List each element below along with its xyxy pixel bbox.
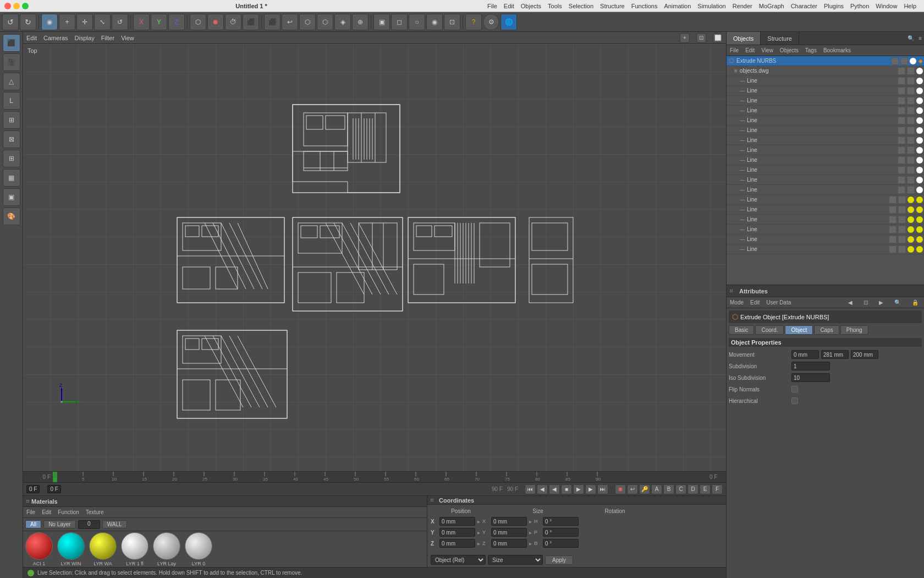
om-row-line-1[interactable]: —Line: [727, 76, 924, 86]
om-row-extrude[interactable]: ⬡ Extrude NURBS ◆: [727, 56, 924, 66]
l12v1[interactable]: [898, 186, 905, 194]
menu-functions[interactable]: Functions: [628, 3, 661, 9]
l7v2[interactable]: [907, 137, 915, 144]
coord-size-dropdown[interactable]: Size: [488, 555, 543, 565]
om-row-line-4[interactable]: —Line: [727, 106, 924, 116]
om-tags-menu[interactable]: Tags: [805, 47, 817, 53]
om-vis-2[interactable]: [900, 57, 908, 65]
mat-swatch-2[interactable]: LYR WA: [89, 532, 117, 566]
light-tool[interactable]: △: [3, 73, 20, 90]
vp-display-menu[interactable]: Display: [75, 35, 95, 41]
paint-tool[interactable]: 🎨: [3, 208, 20, 225]
rotate-button[interactable]: ↺: [112, 14, 128, 30]
menu-render[interactable]: Render: [729, 3, 756, 9]
attr-tab-object[interactable]: Object: [785, 325, 813, 335]
timeline-button[interactable]: ⏱: [225, 14, 241, 30]
mode-c-button[interactable]: C: [675, 484, 686, 494]
menu-plugins[interactable]: Plugins: [821, 3, 847, 9]
attr-hierarchical-checkbox[interactable]: [791, 397, 798, 404]
bevel-button[interactable]: ◈: [334, 14, 351, 30]
menu-tools[interactable]: Tools: [544, 3, 565, 9]
attr-options-btn[interactable]: ⊡: [861, 299, 870, 306]
coord-y-size[interactable]: [491, 528, 527, 537]
l11v1[interactable]: [898, 176, 905, 184]
l7v1[interactable]: [898, 137, 905, 144]
record-button2[interactable]: ⏺: [615, 484, 626, 494]
extrude-button[interactable]: ⬡: [317, 14, 333, 30]
menu-structure[interactable]: Structure: [597, 3, 628, 9]
menu-selection[interactable]: Selection: [565, 3, 597, 9]
l3v2[interactable]: [907, 97, 915, 105]
om-row-line-14[interactable]: —Line: [727, 205, 924, 215]
l4v1[interactable]: [898, 107, 905, 114]
attr-lock-btn[interactable]: 🔒: [910, 299, 921, 306]
mat-function-menu[interactable]: Function: [58, 509, 79, 515]
z-axis-button[interactable]: Z: [168, 14, 185, 30]
mode1-button[interactable]: ▣: [373, 14, 390, 30]
mat-edit-menu[interactable]: Edit: [42, 509, 51, 515]
l8v1[interactable]: [898, 146, 905, 154]
om-row-line-6[interactable]: —Line: [727, 126, 924, 135]
loop-button2[interactable]: ↩: [627, 484, 638, 494]
minimize-button[interactable]: [13, 3, 20, 9]
mat-file-menu[interactable]: File: [26, 509, 35, 515]
l17v1[interactable]: [889, 236, 897, 243]
l13v2[interactable]: [898, 196, 906, 204]
om-dwg-vis[interactable]: [898, 67, 905, 75]
l5v1[interactable]: [898, 117, 905, 124]
om-row-line-12[interactable]: —Line: [727, 185, 924, 195]
l18v2[interactable]: [898, 246, 906, 253]
om-row-line-13[interactable]: —Line: [727, 195, 924, 205]
om-search-icon[interactable]: 🔍: [905, 35, 916, 41]
next-frame-button[interactable]: ▶: [585, 484, 596, 494]
om-row-line-8[interactable]: —Line: [727, 145, 924, 155]
mode2-button[interactable]: ◻: [391, 14, 408, 30]
l5v2[interactable]: [907, 117, 915, 124]
vp-view-menu[interactable]: View: [121, 35, 134, 41]
attr-iso-val[interactable]: [791, 373, 830, 382]
l1v1[interactable]: [898, 77, 905, 85]
attr-userdata-menu[interactable]: User Data: [766, 299, 791, 306]
y-axis-button[interactable]: Y: [151, 14, 167, 30]
mode4-button[interactable]: ◉: [426, 14, 443, 30]
menu-python[interactable]: Python: [847, 3, 872, 9]
live-selection-button[interactable]: ◉: [41, 14, 58, 30]
vp-lock-button[interactable]: ⊡: [696, 33, 706, 43]
om-row-line-11[interactable]: —Line: [727, 175, 924, 185]
mode-e-button[interactable]: E: [700, 484, 711, 494]
om-row-line-16[interactable]: —Line: [727, 225, 924, 235]
stop-button[interactable]: ■: [561, 484, 572, 494]
attr-mode-menu[interactable]: Mode: [730, 299, 744, 306]
l9v1[interactable]: [898, 156, 905, 164]
coord-z-pos[interactable]: [439, 539, 475, 548]
attr-tab-phong[interactable]: Phong: [840, 325, 868, 335]
l13v1[interactable]: [889, 196, 897, 204]
menu-edit[interactable]: Edit: [501, 3, 518, 9]
undo-button[interactable]: ↺: [2, 14, 19, 30]
view3d-button[interactable]: ⬛: [264, 14, 280, 30]
frame-start-display[interactable]: 0 F: [26, 485, 40, 493]
mat-filter-nolayer[interactable]: No Layer: [43, 520, 76, 528]
vp-cameras-menu[interactable]: Cameras: [43, 35, 68, 41]
prev-frame-button[interactable]: ◀: [537, 484, 548, 494]
menu-objects[interactable]: Objects: [518, 3, 544, 9]
om-bookmarks-menu[interactable]: Bookmarks: [823, 47, 851, 53]
mat-texture-menu[interactable]: Texture: [86, 509, 104, 515]
mode-a-button[interactable]: A: [651, 484, 662, 494]
attr-edit-menu[interactable]: Edit: [750, 299, 760, 306]
l16v2[interactable]: [898, 226, 906, 233]
attr-movement-y[interactable]: [821, 350, 849, 359]
maximize-button[interactable]: [22, 3, 29, 9]
om-row-line-2[interactable]: —Line: [727, 86, 924, 96]
mat-swatch-0[interactable]: ACI 1: [25, 532, 53, 566]
snap-tool[interactable]: ⊞: [3, 150, 20, 167]
mode-f-button[interactable]: F: [712, 484, 723, 494]
vp-options-button[interactable]: +: [680, 33, 690, 43]
vp-filter-menu[interactable]: Filter: [101, 35, 114, 41]
viewport[interactable]: Top: [23, 44, 726, 471]
l2v1[interactable]: [898, 87, 905, 95]
l12v2[interactable]: [907, 186, 915, 194]
mat-swatch-3[interactable]: LYR 1 fl: [121, 532, 148, 566]
scale-button[interactable]: ⤡: [94, 14, 111, 30]
l10v1[interactable]: [898, 166, 905, 174]
